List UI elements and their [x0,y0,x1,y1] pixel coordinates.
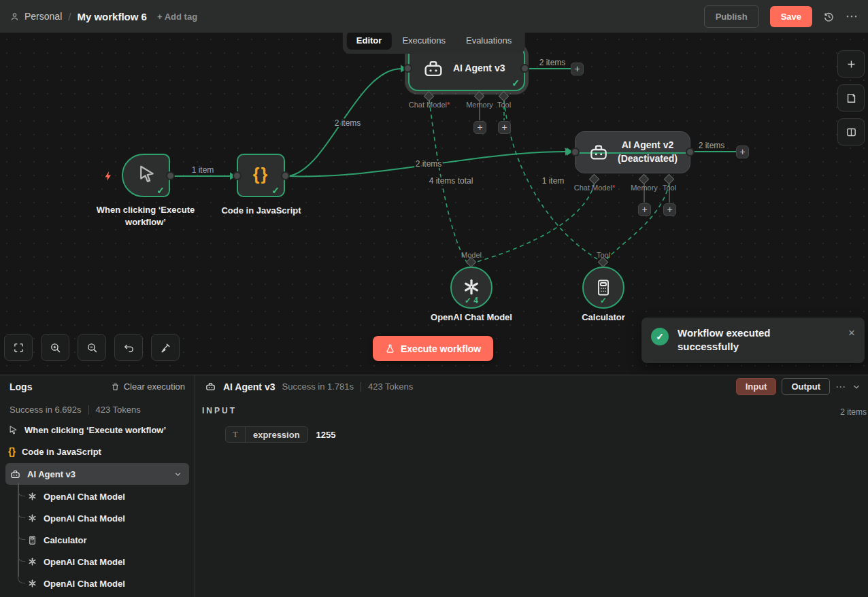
zoom-out-icon [86,342,98,354]
agent-v3-chatmodel-label: Chat Model* [399,101,460,109]
more-options-button[interactable]: ⋯ [846,9,858,24]
log-item-code[interactable]: {} Code in JavaScript [0,441,195,462]
tidy-up-button[interactable] [151,334,180,361]
log-item-trigger[interactable]: When clicking ‘Execute workflow’ [0,419,195,441]
publish-button[interactable]: Publish [704,5,759,28]
add-sticky-note-button[interactable] [837,84,865,112]
robot-icon [205,381,216,392]
agent-v2-output-port[interactable] [686,148,695,156]
agent-v2-title: AI Agent v2 (Deactivated) [618,139,678,165]
field-name: expression [246,427,307,442]
execution-status: Success in 6.692s [10,405,82,415]
log-children: OpenAI Chat Model OpenAI Chat Model Calc… [0,485,195,594]
detail-node-name: AI Agent v3 [223,381,276,392]
log-item-openai-3[interactable]: OpenAI Chat Model [0,551,195,573]
execution-tokens: 423 Tokens [96,405,141,415]
toggle-panel-button[interactable] [837,118,865,146]
node-code[interactable]: {} ✓ [237,154,285,197]
history-button[interactable] [823,11,835,22]
agent-v3-memory-label: Memory [463,101,497,109]
openai-run-status: ✓ 4 [452,296,491,305]
log-item-agent-v3[interactable]: AI Agent v3 [5,463,189,485]
logs-header: Logs Clear execution [0,375,195,398]
agent-v3-memory-plus-button[interactable]: + [473,121,486,134]
lightning-icon [103,169,114,183]
agent-v3-tool-label: Tool [494,101,514,109]
execute-workflow-button[interactable]: Execute workflow [373,336,493,361]
code-input-port[interactable] [233,171,241,180]
log-item-openai-4[interactable]: OpenAI Chat Model [0,573,195,594]
cursor-icon [137,164,157,184]
tab-editor[interactable]: Editor [347,31,392,50]
detail-more-button[interactable]: ⋯ [835,381,846,393]
add-node-plus-button[interactable]: + [571,63,584,75]
input-items-count: 2 items [840,407,867,417]
add-node-plus-button[interactable]: + [736,146,749,158]
node-ai-agent-v2[interactable]: AI Agent v2 (Deactivated) [575,131,690,173]
zoom-in-button[interactable] [41,334,69,361]
canvas-side-tools [837,50,865,146]
detail-node-tokens: 423 Tokens [368,381,413,392]
node-trigger[interactable]: ✓ [122,154,170,197]
breadcrumb: Personal / My workflow 6 + Add tag [10,11,197,22]
input-field-row: T expression 1255 [225,426,861,443]
divider [88,405,89,415]
add-tag-button[interactable]: + Add tag [157,12,197,22]
agent-v3-tool-plus-button[interactable]: + [498,121,511,134]
toast-close-button[interactable]: × [848,326,855,340]
agent-v2-memory-label: Memory [627,184,661,192]
fit-view-button[interactable] [4,334,33,361]
agent-v3-output-port[interactable] [520,64,529,73]
edge-label-agent2-model: 1 item [542,176,565,186]
undo-icon [123,342,135,354]
agent-v2-chatmodel-label: Chat Model* [564,184,625,192]
code-braces-icon: {} [238,165,284,184]
logs-sidebar: Logs Clear execution Success in 6.692s 4… [0,375,195,597]
input-section-title: INPUT [202,406,861,415]
input-toggle-button[interactable]: Input [736,378,777,395]
openai-icon [27,579,37,589]
agent-v2-memory-plus-button[interactable]: + [638,203,651,216]
output-toggle-button[interactable]: Output [782,378,830,395]
top-bar-actions: Publish Save ⋯ [704,5,858,28]
zoom-out-button[interactable] [78,334,106,361]
node-calculator[interactable]: ✓ [582,267,624,309]
edge-label-agent3-out: 2 items [539,58,566,67]
log-item-openai-2[interactable]: OpenAI Chat Model [0,507,195,529]
robot-icon [10,468,21,480]
success-check-icon: ✓ [512,78,520,88]
flask-icon [385,343,395,354]
openai-icon [461,277,482,298]
robot-icon [422,57,445,80]
edge-label-code-agent3: 2 items [335,118,361,128]
chevron-down-icon [852,382,861,392]
agent-v3-input-port[interactable] [403,64,412,73]
workflow-canvas[interactable]: 1 item 2 items 2 items 2 items 4 items t… [0,33,868,375]
agent-v2-input-port[interactable] [571,148,580,156]
collapse-panel-button[interactable] [852,382,861,392]
save-button[interactable]: Save [770,6,812,27]
trigger-output-port[interactable] [166,171,175,180]
node-openai-chat-model[interactable]: ✓ 4 [450,267,493,309]
trigger-node-label: When clicking ‘Execute workflow’ [87,204,204,228]
tab-evaluations[interactable]: Evaluations [456,31,521,50]
detail-node-status: Success in 1.781s [282,381,354,392]
workflow-title[interactable]: My workflow 6 [77,11,147,22]
edge-label-agent2-out: 2 items [699,141,725,150]
tab-executions[interactable]: Executions [393,31,455,50]
field-pill[interactable]: T expression [225,426,308,443]
trash-icon [111,382,120,392]
add-node-button[interactable] [837,50,865,78]
agent-v2-tool-plus-button[interactable]: + [663,203,676,216]
divider [361,382,361,392]
agent-v3-title: AI Agent v3 [453,62,505,75]
cursor-icon [8,425,18,435]
log-item-openai-1[interactable]: OpenAI Chat Model [0,485,195,507]
sticky-note-icon [846,92,857,104]
project-crumb[interactable]: Personal [10,11,62,22]
clear-execution-button[interactable]: Clear execution [111,381,185,392]
undo-button[interactable] [114,334,143,361]
code-output-port[interactable] [281,171,290,180]
log-item-calculator[interactable]: Calculator [0,529,195,551]
top-bar: Personal / My workflow 6 + Add tag Publi… [0,0,868,33]
